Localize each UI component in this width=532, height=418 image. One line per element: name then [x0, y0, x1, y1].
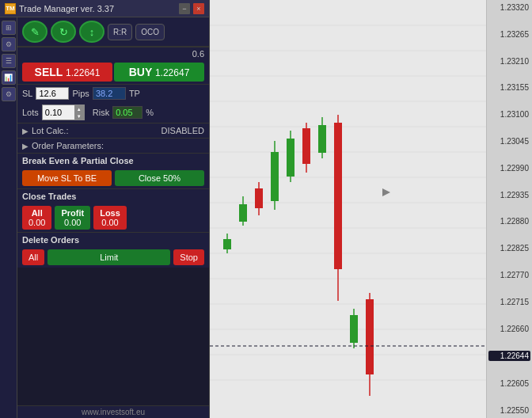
close-profit-button[interactable]: Profit 0.00: [55, 206, 90, 230]
price-2: 1.23265: [488, 30, 530, 39]
order-params-row[interactable]: ▶ Order Parameters:: [17, 138, 209, 153]
svg-rect-25: [287, 139, 294, 177]
lots-input[interactable]: [43, 107, 74, 118]
lot-calc-arrow: ▶: [22, 127, 28, 135]
lots-label: Lots: [22, 108, 39, 117]
break-even-title: Break Even & Partial Close: [17, 153, 209, 168]
price-14: 1.22605: [488, 379, 530, 388]
lot-calc-value: DISABLED: [162, 126, 204, 135]
price-7: 1.22990: [488, 164, 530, 173]
price-15: 1.22550: [488, 406, 530, 415]
edit-button[interactable]: ✎: [22, 21, 48, 43]
lot-display: 0.6: [192, 49, 204, 59]
price-13: 1.22660: [488, 325, 530, 333]
svg-rect-21: [255, 188, 263, 208]
close-trades-title: Close Trades: [17, 188, 209, 203]
delete-stop-button[interactable]: Stop: [173, 249, 204, 265]
break-even-buttons: Move SL To BE Close 50%: [17, 168, 209, 188]
footer-url: www.investsoft.eu: [17, 405, 209, 418]
flip-button[interactable]: ↕: [79, 21, 104, 43]
price-10: 1.22825: [488, 244, 530, 253]
price-4: 1.23155: [488, 83, 530, 92]
sl-label: SL: [22, 89, 32, 98]
close-loss-button[interactable]: Loss 0.00: [93, 206, 127, 230]
svg-rect-33: [350, 315, 358, 343]
sell-button[interactable]: SELL 1.22641: [22, 63, 112, 82]
svg-rect-19: [239, 204, 247, 222]
close-button[interactable]: ×: [193, 3, 204, 14]
candlestick-chart: [210, 0, 486, 418]
delete-orders-row: All Limit Stop: [17, 247, 209, 268]
lots-up-arrow[interactable]: ▲: [74, 105, 84, 112]
price-11: 1.22770: [488, 271, 530, 279]
title-bar: TM Trade Manager ver. 3.37 − ×: [0, 0, 209, 17]
price-scale: 1.23320 1.23265 1.23210 1.23155 1.23100 …: [486, 0, 532, 418]
percent-label: %: [146, 108, 154, 117]
trade-buttons: SELL 1.22641 BUY 1.22647: [17, 60, 209, 84]
svg-rect-31: [334, 123, 342, 269]
svg-rect-23: [271, 152, 279, 201]
price-9: 1.22880: [488, 217, 530, 226]
risk-input[interactable]: [112, 106, 142, 119]
lot-calc-label: Lot Calc.:: [32, 126, 68, 135]
price-6: 1.23045: [488, 137, 530, 146]
nav-icon-5[interactable]: ⚙: [2, 87, 16, 101]
price-5: 1.23100: [488, 110, 530, 119]
minimize-button[interactable]: −: [179, 3, 190, 14]
svg-rect-0: [210, 0, 486, 418]
svg-rect-27: [302, 128, 310, 164]
order-params-arrow: ▶: [22, 142, 28, 150]
risk-label: Risk: [93, 108, 109, 117]
nav-icon-1[interactable]: ⊞: [2, 21, 16, 35]
close-all-button[interactable]: All 0.00: [22, 206, 51, 230]
nav-icon-3[interactable]: ☰: [2, 54, 16, 68]
price-3: 1.23210: [488, 57, 530, 66]
delete-all-button[interactable]: All: [22, 249, 44, 265]
price-12: 1.22715: [488, 298, 530, 306]
app-icon: TM: [5, 3, 16, 14]
nav-icon-4[interactable]: 📊: [2, 70, 16, 85]
svg-rect-17: [223, 239, 231, 249]
side-nav: ⊞ ⚙ ☰ 📊 ⚙: [0, 17, 17, 418]
rr-button[interactable]: R:R: [108, 24, 132, 40]
price-8: 1.22935: [488, 191, 530, 200]
svg-rect-35: [366, 299, 374, 374]
close-trades-row: All 0.00 Profit 0.00 Loss 0.00: [17, 203, 209, 232]
chart-canvas-area: [210, 0, 486, 418]
delete-limit-button[interactable]: Limit: [48, 249, 170, 265]
tp-label: TP: [129, 89, 140, 98]
move-sl-be-button[interactable]: Move SL To BE: [22, 170, 112, 186]
delete-orders-title: Delete Orders: [17, 232, 209, 247]
buy-button[interactable]: BUY 1.22647: [114, 63, 204, 82]
price-1: 1.23320: [488, 3, 530, 12]
title-text: Trade Manager ver. 3.37: [19, 4, 114, 13]
sl-input[interactable]: [36, 87, 69, 100]
tp-input[interactable]: [93, 87, 126, 100]
close-50-button[interactable]: Close 50%: [115, 170, 204, 186]
sl-tp-row: SL Pips TP: [17, 84, 209, 102]
svg-rect-29: [318, 125, 326, 153]
chart-area: 1.23320 1.23265 1.23210 1.23155 1.23100 …: [210, 0, 532, 418]
lots-down-arrow[interactable]: ▼: [74, 112, 84, 120]
order-params-label: Order Parameters:: [32, 141, 104, 150]
refresh-button[interactable]: ↻: [51, 21, 76, 43]
oco-button[interactable]: OCO: [135, 24, 165, 40]
lot-calc-row[interactable]: ▶ Lot Calc.: DISABLED: [17, 123, 209, 138]
pips-label: Pips: [72, 89, 89, 98]
nav-icon-2[interactable]: ⚙: [2, 37, 16, 51]
current-price: 1.22644: [488, 351, 530, 361]
lots-row: Lots ▲ ▼ Risk %: [17, 102, 209, 123]
toolbar: ✎ ↻ ↕ R:R OCO: [17, 17, 209, 47]
